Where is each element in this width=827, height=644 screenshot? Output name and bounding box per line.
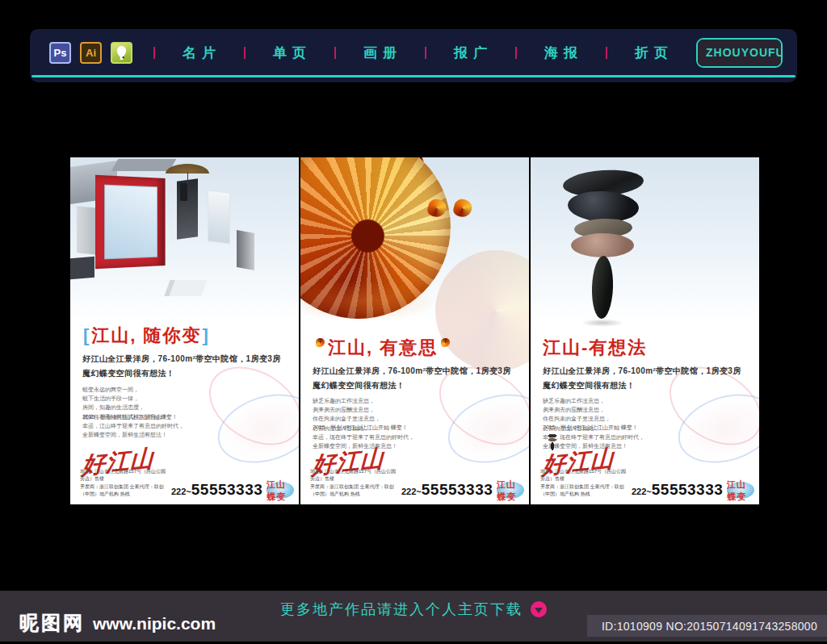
body-line: 蜕变永远的两空一间， [82, 387, 139, 392]
body-line: 蜕下生活的手段一律， [82, 395, 139, 401]
body-line: 幸运，江山终于迎来了有意思的好时代， [82, 423, 184, 429]
subtitle-line2: 魔幻蝶变空间很有想法！ [543, 381, 635, 390]
address-line1: 地址：江山市江北南路157号（西山公园旁边）售楼 [310, 469, 396, 482]
photoshop-icon-label: Ps [54, 47, 67, 59]
white-box [164, 280, 207, 296]
body-line: 缺乏乐趣的工作没意思， [313, 398, 375, 404]
page: Ps Ai 名片 单页 画册 报广 海报 折页 [0, 0, 827, 644]
nav-item-flyers[interactable]: 单页 [246, 44, 334, 62]
illustrator-icon-label: Ai [86, 47, 96, 59]
body-line: 住在拘束的盒子里没意思， [543, 416, 611, 421]
nav-item-posters[interactable]: 海报 [517, 44, 606, 62]
address-block: 地址：江山市江北南路157号（西山公园旁边）售楼开发商：浙江联创集团 全案代理：… [540, 468, 628, 499]
phone-number: 222~55553333 [401, 481, 493, 499]
campaign-year-line: 2015，联创·好江山让江山开始 蝶变！ [313, 424, 408, 432]
poster-title: 江山, 有意思 [313, 336, 453, 360]
person-figure [180, 183, 187, 201]
photoshop-icon[interactable]: Ps [49, 42, 71, 64]
nav-item-folded-pages[interactable]: 折页 [607, 44, 696, 62]
phone-main: 55553333 [422, 481, 493, 498]
ribbon-badge: 江山蝶变 [267, 481, 294, 499]
campaign-year-line: 2015，联创·好江山让江山开始 蝶变！ [82, 413, 178, 421]
poster-youyisi[interactable]: 江山, 有意思 好江山全江景洋房，76-100m²带空中院馆，1房变3房魔幻蝶变… [300, 157, 529, 504]
phone-prefix: 222~ [401, 487, 422, 496]
red-screen-frame [95, 175, 166, 270]
coreldraw-icon[interactable] [111, 42, 132, 64]
address-line1: 地址：江山市江北南路157号（西山公园旁边）售楼 [80, 469, 166, 482]
body-line: 缺乏乐趣的工作没意思， [543, 398, 605, 404]
ribbon-badge: 江山蝶变 [497, 481, 524, 499]
poster-youxiangfa[interactable]: 江山-有想法 好江山全江景洋房，76-100m²带空中院馆，1房变3房魔幻蝶变空… [531, 157, 759, 504]
poster-subtitle: 好江山全江景洋房，76-100m²带空中院馆，1房变3房魔幻蝶变空间很有想法！ [313, 364, 511, 392]
address-line1: 地址：江山市江北南路157号（西山公园旁边）售楼 [540, 469, 626, 482]
poster-subtitle: 好江山全江景洋房，76-100m²带空中院馆，1房变3房魔幻蝶变空间很有想法！ [82, 352, 281, 380]
subtitle-line2: 魔幻蝶变空间很有想法！ [313, 381, 405, 390]
subtitle-line1: 好江山全江景洋房，76-100m²带空中院馆，1房变3房 [82, 354, 281, 363]
illustrator-icon[interactable]: Ai [80, 42, 102, 64]
poster-title-text: 江山, 有意思 [328, 337, 438, 358]
balanced-stone [571, 233, 634, 257]
phone-main: 55553333 [191, 481, 263, 498]
poster-subtitle: 好江山全江景洋房，76-100m²带空中院馆，1房变3房魔幻蝶变空间很有想法！ [543, 364, 741, 392]
phone-main: 55553333 [652, 481, 724, 498]
white-panel [208, 190, 230, 244]
top-navbar: Ps Ai 名片 单页 画册 报广 海报 折页 [30, 29, 797, 82]
poster-footer: 地址：江山市江北南路157号（西山公园旁边）售楼开发商：浙江联创集团 全案代理：… [310, 468, 524, 499]
search-input[interactable] [698, 40, 783, 66]
shell-reflection [300, 280, 438, 322]
poster-suibianbian[interactable]: [江山, 随你变] 好江山全江景洋房，76-100m²带空中院馆，1房变3房魔幻… [70, 157, 299, 504]
search-box: 搜索 [696, 38, 783, 68]
poster-footer: 地址：江山市江北南路157号（西山公园旁边）售楼开发商：浙江联创集团 全案代理：… [80, 468, 294, 499]
nav-item-print-ads[interactable]: 报广 [426, 44, 515, 62]
poster-title: 江山-有想法 [543, 336, 647, 360]
dark-block [70, 257, 94, 280]
address-line2: 开发商：浙江联创集团 全案代理：联创（中国）地产机构 热线 [310, 484, 394, 497]
butterfly-watermark [192, 364, 299, 485]
phone-number: 222~55553333 [632, 481, 723, 499]
body-line: 住在拘束的盒子里没意思， [313, 416, 380, 421]
poster-title: [江山, 随你变] [82, 324, 211, 348]
body-line: 房间，知趣的生活态度， [82, 404, 145, 410]
subtitle-line1: 好江山全江景洋房，76-100m²带空中院馆，1房变3房 [313, 366, 511, 375]
body-line: 匆来匆去的应酬没意思， [543, 407, 605, 412]
body-line: 全新蝶变空间，新鲜生活有想法！ [82, 432, 167, 437]
address-block: 地址：江山市江北南路157号（西山公园旁边）售楼开发商：浙江联创集团 全案代理：… [310, 468, 397, 499]
shell-quote-icon [316, 338, 325, 347]
subtitle-line1: 好江山全江景洋房，76-100m²带空中院馆，1房变3房 [543, 366, 741, 375]
address-line2: 开发商：浙江联创集团 全案代理：联创（中国）地产机构 热线 [80, 484, 164, 497]
poster-footer: 地址：江山市江北南路157号（西山公园旁边）售楼开发商：浙江联创集团 全案代理：… [540, 468, 754, 499]
down-triangle [535, 608, 543, 613]
phone-prefix: 222~ [632, 487, 652, 496]
address-line2: 开发商：浙江联创集团 全案代理：联创（中国）地产机构 热线 [540, 484, 624, 497]
poster-body-copy: 蜕变永远的两空一间， 蜕下生活的手段一律， 房间，知趣的生活态度， 就算住在高墙… [82, 385, 184, 439]
small-shell-quote [452, 198, 474, 220]
poster3-stones-graphic [531, 157, 759, 323]
coreldraw-balloon-icon [115, 45, 128, 61]
site-name: 昵图网 [19, 610, 85, 636]
category-menu: 名片 单页 画册 报广 海报 折页 [153, 44, 696, 62]
shell-quote-icon [441, 338, 450, 347]
download-arrow-icon[interactable] [531, 601, 547, 617]
site-logo[interactable]: 昵图网 www.nipic.com [19, 610, 216, 636]
phone-prefix: 222~ [171, 487, 191, 496]
title-bracket: [ [83, 325, 90, 345]
poster-gallery: [江山, 随你变] 好江山全江景洋房，76-100m²带空中院馆，1房变3房魔幻… [70, 157, 759, 504]
subtitle-line2: 魔幻蝶变空间很有想法！ [82, 369, 174, 378]
poster1-billboard-graphic [70, 157, 299, 323]
address-block: 地址：江山市江北南路157号（西山公园旁边）售楼开发商：浙江联创集团 全案代理：… [80, 468, 167, 499]
stone-shadow [581, 319, 624, 327]
ribbon-badge: 江山蝶变 [727, 481, 754, 499]
poster-title-text: 江山, 随你变 [91, 325, 201, 345]
image-id-label: ID:1010909 NO:20150714091743258000 [587, 615, 827, 637]
nav-item-business-cards[interactable]: 名片 [155, 44, 244, 62]
title-bracket: ] [203, 325, 210, 345]
footer-strip: 更多地产作品请进入个人主页下载 昵图网 www.nipic.com ID:101… [0, 591, 827, 642]
software-icons: Ps Ai [49, 42, 132, 64]
balanced-stone-vertical [591, 256, 615, 320]
body-line: 幸运，现在终于迎来了有意思的好时代， [313, 434, 414, 440]
body-line: 匆来匆去的应酬没意思， [313, 407, 375, 412]
gray-slab [237, 230, 254, 270]
nav-item-brochures[interactable]: 画册 [336, 44, 425, 62]
more-works-text: 更多地产作品请进入个人主页下载 [280, 600, 523, 619]
site-url: www.nipic.com [93, 614, 216, 634]
